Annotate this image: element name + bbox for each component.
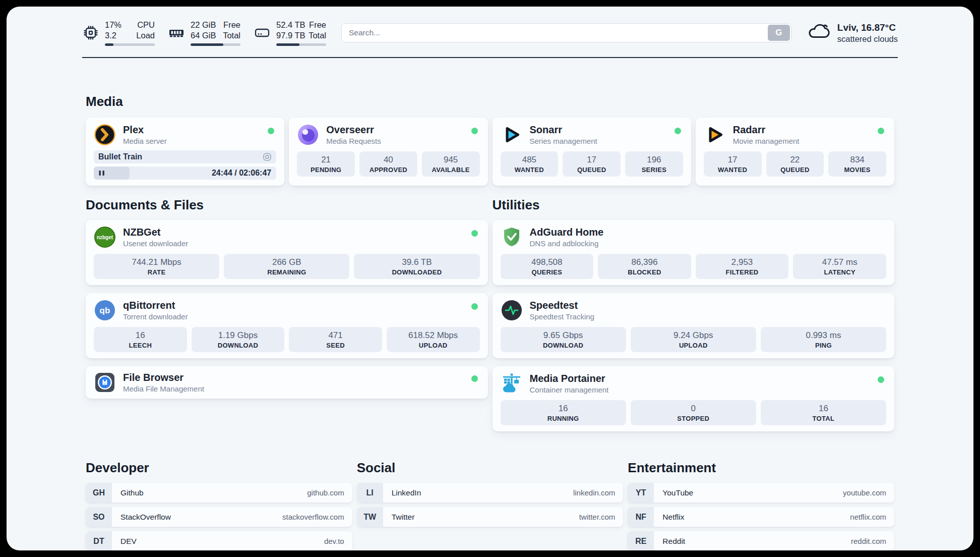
cpu-bar <box>105 43 155 46</box>
service-card-portainer[interactable]: Media Portainer Container management 16R… <box>493 366 895 431</box>
disk-icon <box>254 24 271 41</box>
ram-icon <box>168 24 185 41</box>
bookmark-name: YouTube <box>662 488 693 497</box>
bookmark-link[interactable]: NF Netflix netflix.com <box>628 507 894 527</box>
search-input[interactable] <box>341 23 791 42</box>
cpu-icon <box>82 24 99 41</box>
service-card-sonarr[interactable]: Sonarr Series management 485WANTED17QUEU… <box>493 118 691 186</box>
app-desc: Media Requests <box>326 137 381 146</box>
nzbget-icon: nzbget <box>94 226 116 248</box>
service-card-qbittorrent[interactable]: qb qBittorrent Torrent downloader 16LEEC… <box>86 293 488 358</box>
top-bar: 17%CPU 3.2Load 22 GiBFree <box>82 19 898 47</box>
bookmark-name: LinkedIn <box>392 488 421 497</box>
ram-bar <box>191 43 240 46</box>
disk-free-label: Free <box>309 20 326 30</box>
svg-text:nzbget: nzbget <box>97 235 113 240</box>
bookmark-link[interactable]: YT YouTube youtube.com <box>628 483 894 503</box>
service-card-nzbget[interactable]: nzbget NZBGet Usenet downloader 744.21 M… <box>86 220 488 285</box>
stat-box: 2,953FILTERED <box>696 254 789 279</box>
app-desc: Movie management <box>733 137 800 146</box>
status-online-dot <box>471 303 478 310</box>
bookmark-link[interactable]: DT DEV dev.to <box>86 531 352 550</box>
service-card-overseerr[interactable]: Overseerr Media Requests 21PENDING40APPR… <box>289 118 487 186</box>
bookmark-link[interactable]: SO StackOverflow stackoverflow.com <box>86 507 352 527</box>
app-desc: Series management <box>530 137 597 146</box>
app-desc: Media server <box>123 137 167 146</box>
stat-box: 744.21 MbpsRATE <box>94 254 219 279</box>
bookmark-abbr: SO <box>86 507 112 527</box>
stat-box: 16RUNNING <box>501 400 626 425</box>
cpu-widget: 17%CPU 3.2Load <box>82 20 155 46</box>
stat-box: 47.57 msLATENCY <box>793 254 886 279</box>
stat-box: 618.52 MbpsUPLOAD <box>387 327 480 352</box>
stat-box: 196SERIES <box>625 151 683 177</box>
service-card-plex[interactable]: Plex Media server Bullet Train <box>86 118 284 186</box>
status-online-dot <box>471 128 478 134</box>
app-name: File Browser <box>123 371 204 383</box>
status-online-dot <box>471 375 478 382</box>
service-card-radarr[interactable]: Radarr Movie management 17WANTED22QUEUED… <box>696 118 894 186</box>
service-card-speedtest[interactable]: Speedtest Speedtest Tracking 9.65 GbpsDO… <box>493 293 895 358</box>
stat-box: 0STOPPED <box>631 400 756 425</box>
stat-box: 498,508QUERIES <box>501 254 594 279</box>
stat-box: 266 GBREMAINING <box>224 254 349 279</box>
app-name: Sonarr <box>530 124 597 136</box>
playback-progress-bar[interactable]: 24:44 / 02:06:47 <box>94 166 276 180</box>
header-divider <box>82 57 898 58</box>
weather-widget[interactable]: Lviv, 16.87°C scattered clouds <box>807 21 898 44</box>
app-desc: Torrent downloader <box>123 312 188 321</box>
overseerr-icon <box>297 124 319 146</box>
stat-box: 0.993 msPING <box>761 327 886 352</box>
bookmark-abbr: TW <box>357 507 383 527</box>
bookmark-abbr: RE <box>628 531 654 550</box>
section-social: Social LI LinkedIn linkedin.com TW Twitt… <box>357 460 624 550</box>
cpu-load: 3.2 <box>105 30 116 41</box>
search-box: G <box>341 23 791 42</box>
qbittorrent-icon: qb <box>94 299 116 321</box>
status-online-dot <box>878 128 884 134</box>
stat-box: 16TOTAL <box>761 400 886 425</box>
bookmark-name: Netflix <box>662 513 684 522</box>
ram-total: 64 GiB <box>191 30 216 41</box>
app-name: Radarr <box>733 124 800 136</box>
service-card-filebrowser[interactable]: File Browser Media File Management <box>86 366 488 399</box>
app-desc: Media File Management <box>123 384 204 394</box>
filebrowser-icon <box>94 371 116 394</box>
bookmark-abbr: DT <box>86 531 112 550</box>
bookmark-name: Github <box>120 488 144 497</box>
stat-box: 40APPROVED <box>359 151 417 177</box>
stat-box: 16LEECH <box>94 327 187 352</box>
search-provider-button[interactable]: G <box>768 25 790 41</box>
section-title-social: Social <box>357 460 624 476</box>
stat-box: 39.6 TBDOWNLOADED <box>354 254 479 279</box>
bookmark-url: youtube.com <box>843 488 886 497</box>
stat-box: 17QUEUED <box>563 151 621 177</box>
bookmark-url: linkedin.com <box>573 488 615 497</box>
section-documents: Documents & Files nzbget NZBGet Usenet d… <box>86 197 488 439</box>
now-playing-title: Bullet Train <box>98 152 263 161</box>
now-playing-media-icon <box>263 152 272 161</box>
stat-box: 86,396BLOCKED <box>598 254 691 279</box>
adguard-icon <box>501 226 523 248</box>
service-card-adguard[interactable]: AdGuard Home DNS and adblocking 498,508Q… <box>493 220 895 285</box>
section-title-utilities: Utilities <box>493 197 895 213</box>
stat-box: 471SEED <box>289 327 382 352</box>
pause-icon[interactable] <box>98 169 106 177</box>
sonarr-icon <box>501 124 523 146</box>
bookmark-url: github.com <box>307 488 344 497</box>
bookmark-name: DEV <box>120 537 137 546</box>
bookmark-abbr: NF <box>628 507 654 527</box>
bookmark-link[interactable]: RE Reddit reddit.com <box>628 531 894 550</box>
bookmark-link[interactable]: LI LinkedIn linkedin.com <box>357 483 624 503</box>
bookmark-link[interactable]: TW Twitter twitter.com <box>357 507 624 527</box>
section-title-entertainment: Entertainment <box>628 460 894 476</box>
stat-box: 485WANTED <box>501 151 559 177</box>
status-online-dot <box>878 376 884 383</box>
app-desc: Container management <box>530 385 609 395</box>
section-utilities: Utilities AdGuard Home DNS and adblockin… <box>493 197 895 439</box>
app-name: Plex <box>123 124 167 136</box>
app-name: qBittorrent <box>123 299 188 311</box>
bookmark-link[interactable]: GH Github github.com <box>86 483 352 503</box>
stat-box: 834MOVIES <box>828 151 886 177</box>
section-developer: Developer GH Github github.com SO StackO… <box>86 460 352 550</box>
